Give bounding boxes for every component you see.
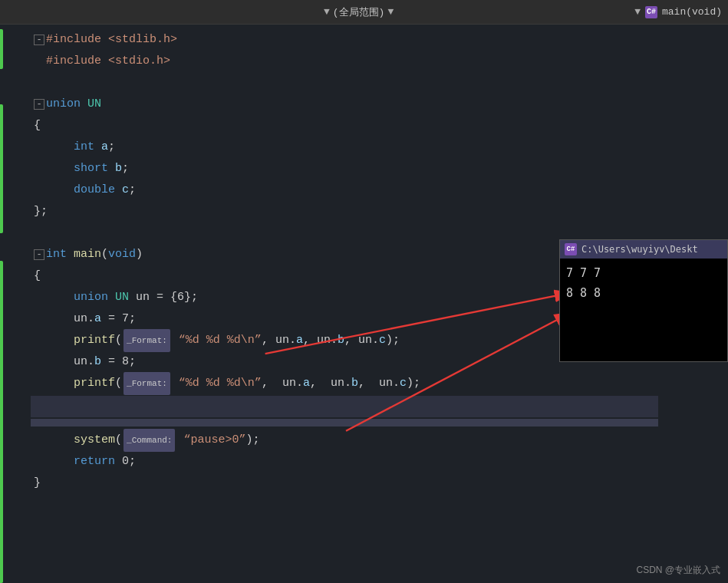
green-bar-1 — [0, 29, 3, 69]
assign-7: = 7; — [101, 308, 136, 330]
terminal-window: C# C:\Users\wuyiyv\Deskt 7 7 7 8 8 8 — [559, 239, 728, 362]
dropdown-arrow-left[interactable]: ▼ — [324, 6, 330, 18]
code-line-9: }; — [31, 201, 728, 222]
green-bar-2 — [0, 104, 3, 233]
un-c-ref-2: c — [400, 373, 407, 394]
un-a-ref-2: a — [303, 373, 310, 394]
void-kw: void — [108, 244, 136, 265]
green-bar-3 — [0, 261, 3, 583]
system-close: ); — [245, 430, 259, 451]
include-stdlib: #include <stdlib.h> — [46, 29, 177, 51]
un-b-ref-1: b — [338, 330, 344, 351]
function-dropdown[interactable]: main(void) — [662, 6, 722, 18]
code-line-6: int a ; — [31, 137, 728, 158]
code-line-5: { — [31, 115, 728, 137]
terminal-line-2: 8 8 8 — [566, 283, 721, 303]
printf-paren-1: ( — [115, 330, 122, 351]
toolbar: ▼ (全局范围) ▼ ▼ C# main(void) — [0, 0, 728, 25]
short-kw: short — [74, 158, 115, 180]
include-stdio: #include <stdio.h> — [46, 51, 170, 72]
var-a: a — [101, 137, 108, 158]
pause-string: “pause>0” — [176, 430, 245, 451]
code-line-4: - union UN — [31, 94, 728, 115]
collapse-icon-3[interactable]: - — [34, 249, 44, 260]
double-kw: double — [74, 180, 122, 201]
printf-close-2: ); — [407, 373, 420, 394]
collapse-icon-1[interactable]: - — [34, 35, 44, 45]
un-a-ref-1: a — [296, 330, 303, 351]
close-brace-1: }; — [34, 201, 48, 222]
var-b: b — [115, 158, 122, 180]
un-b-field: b — [94, 351, 101, 373]
scope-dropdown[interactable]: (全局范围) — [333, 5, 385, 19]
comma-3: , un. — [310, 373, 351, 394]
printf-args-2: , un. — [262, 373, 303, 394]
int-kw-main: int — [46, 244, 74, 265]
terminal-icon: C# — [565, 243, 577, 255]
un-a-assign: un. — [74, 308, 94, 330]
return-kw: return — [74, 451, 122, 473]
printf-paren-2: ( — [115, 373, 122, 394]
watermark: CSDN @专业嵌入式 — [636, 564, 720, 577]
assign-8: = 8; — [101, 351, 136, 373]
func-icon: C# — [645, 6, 657, 18]
format-tag-2: _Format: — [124, 372, 170, 395]
editor: - #include <stdlib.h> #include <stdio.h>… — [0, 25, 728, 583]
format-string-2: “%d %d %d\n” — [172, 373, 262, 394]
code-line-17: printf ( _Format: “%d %d %d\n” , un. a ,… — [31, 373, 728, 394]
paren-void-close: ) — [136, 244, 143, 265]
union-name: UN — [87, 94, 101, 115]
var-c: c — [122, 180, 129, 201]
un-b-ref-2: b — [351, 373, 358, 394]
toolbar-center: ▼ (全局范围) ▼ — [324, 5, 394, 19]
code-line-8: double c ; — [31, 180, 728, 201]
dropdown-arrow-right[interactable]: ▼ — [387, 6, 394, 18]
format-tag-1: _Format: — [124, 329, 170, 352]
open-brace-2: { — [34, 265, 41, 287]
code-line-7: short b ; — [31, 158, 728, 180]
un-c-ref-1: c — [379, 330, 386, 351]
comma-2: , un. — [344, 330, 379, 351]
code-line-21: } — [31, 473, 728, 494]
code-line-18 — [31, 396, 658, 417]
collapse-icon-2[interactable]: - — [34, 99, 44, 110]
return-val: 0; — [122, 451, 136, 473]
dropdown-arrow2[interactable]: ▼ — [634, 6, 641, 18]
un-var: un = {6}; — [129, 287, 198, 308]
printf-2: printf — [74, 373, 115, 394]
command-tag: _Command: — [124, 429, 175, 452]
union-kw-2: union — [74, 287, 115, 308]
union-kw: union — [46, 94, 87, 115]
terminal-title: C:\Users\wuyiyv\Deskt — [581, 244, 698, 255]
code-line-20: return 0; — [31, 451, 728, 473]
code-line-18b — [31, 419, 658, 427]
toolbar-right: ▼ C# main(void) — [634, 6, 722, 18]
format-string-1: “%d %d %d\n” — [172, 330, 262, 351]
comma-4: , un. — [358, 373, 400, 394]
open-brace-1: { — [34, 115, 41, 137]
close-brace-main: } — [34, 473, 41, 494]
semicolon-1: ; — [108, 137, 115, 158]
code-line-3 — [31, 72, 728, 94]
un-type: UN — [115, 287, 129, 308]
printf-args-1: , un. — [262, 330, 296, 351]
system-paren: ( — [115, 430, 122, 451]
code-line-1: - #include <stdlib.h> — [31, 29, 728, 51]
code-line-2: #include <stdio.h> — [31, 51, 728, 72]
printf-close-1: ); — [386, 330, 400, 351]
system-func: system — [74, 430, 115, 451]
paren-void: ( — [101, 244, 108, 265]
printf-1: printf — [74, 330, 115, 351]
comma-1: , un. — [303, 330, 338, 351]
un-a-field: a — [94, 308, 101, 330]
terminal-titlebar: C# C:\Users\wuyiyv\Deskt — [560, 240, 727, 259]
code-line-19: system ( _Command: “pause>0” ); — [31, 430, 728, 451]
main-func: main — [74, 244, 101, 265]
terminal-line-1: 7 7 7 — [566, 263, 721, 283]
semicolon-3: ; — [129, 180, 136, 201]
terminal-body: 7 7 7 8 8 8 — [560, 259, 727, 308]
un-b-assign: un. — [74, 351, 94, 373]
semicolon-2: ; — [122, 158, 129, 180]
int-kw-1: int — [74, 137, 101, 158]
